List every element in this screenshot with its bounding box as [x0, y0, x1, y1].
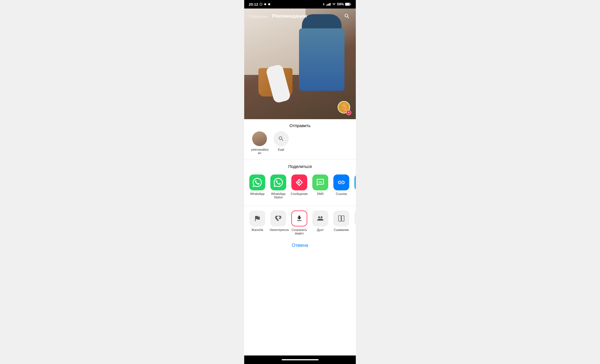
battery-icon — [345, 3, 351, 6]
link-icon — [337, 178, 345, 186]
tab-recommendations[interactable]: Рекомендации — [272, 13, 307, 19]
send-section: Отправить yelenasafary an Ещё — [244, 119, 356, 157]
whatsapp-status-icon-circle — [270, 174, 286, 190]
contacts-row: yelenasafary an Ещё — [244, 131, 356, 155]
search-icon — [344, 13, 350, 19]
svg-rect-3 — [327, 4, 328, 6]
follow-plus-badge: + — [346, 110, 351, 115]
svg-rect-2 — [326, 5, 327, 6]
share-sms[interactable]: SMS — [312, 174, 329, 199]
nav-tabs: Подписки Рекомендации — [249, 13, 307, 19]
share-link[interactable]: Ссылка — [333, 174, 350, 199]
contact-item-more[interactable]: Ещё — [274, 131, 288, 155]
svg-rect-9 — [350, 4, 351, 5]
whatsapp-label: WhatsApp — [250, 192, 265, 195]
contact-name-1: yelenasafary an — [251, 148, 268, 155]
search-button[interactable] — [343, 12, 351, 20]
not-interested-label: Неинтересно — [270, 228, 287, 232]
share-section: Поделиться WhatsApp — [244, 162, 356, 203]
telegram-icon-circle — [354, 174, 356, 190]
video-scene — [244, 9, 356, 119]
share-title: Поделиться — [244, 164, 356, 169]
divider-2 — [244, 206, 356, 206]
duet-icon — [317, 215, 324, 222]
svg-rect-16 — [342, 216, 344, 221]
message-label: Сообщение — [291, 192, 308, 195]
svg-point-11 — [320, 182, 321, 183]
phone-container: 20:12 59% — [244, 0, 356, 364]
stitch-icon — [338, 215, 345, 222]
svg-rect-1 — [268, 3, 270, 5]
message-icon — [295, 178, 304, 187]
screen-record-icon — [268, 3, 271, 6]
link-label: Ссылка — [336, 192, 347, 195]
action-duet[interactable]: Дуэт — [312, 211, 329, 235]
share-telegram[interactable]: Telec… — [354, 174, 356, 199]
stitch-icon-box — [333, 211, 349, 226]
sms-label: SMS — [317, 192, 324, 195]
report-icon-box — [249, 211, 265, 226]
video-area: Подписки Рекомендации 🍕 + — [244, 9, 356, 119]
tab-subscriptions[interactable]: Подписки — [249, 14, 268, 19]
whatsapp-status-icon — [274, 178, 283, 187]
signal-icon — [326, 3, 331, 6]
action-not-interested[interactable]: Неинтересно — [270, 211, 287, 235]
wifi-icon — [332, 3, 336, 6]
contact-avatar-1 — [252, 131, 267, 146]
divider-1 — [244, 159, 356, 159]
action-stitch[interactable]: Сшивание — [333, 211, 350, 235]
svg-point-0 — [264, 3, 266, 5]
action-bookmark[interactable]: …избр. — [354, 211, 356, 235]
send-title: Отправить — [244, 123, 356, 128]
whatsapp-status-label: WhatsApp Status — [270, 192, 287, 199]
download-icon — [296, 215, 303, 222]
svg-rect-4 — [328, 4, 329, 5]
share-message[interactable]: Сообщение — [291, 174, 308, 199]
share-whatsapp[interactable]: WhatsApp — [249, 174, 266, 199]
alarm-icon — [259, 3, 263, 6]
share-whatsapp-status[interactable]: WhatsApp Status — [270, 174, 287, 199]
bottom-sheet: Отправить yelenasafary an Ещё — [244, 119, 356, 355]
svg-point-13 — [318, 216, 320, 218]
stitch-label: Сшивание — [334, 228, 349, 232]
more-icon-circle — [274, 131, 288, 146]
more-search-icon — [278, 136, 284, 142]
video-header: Подписки Рекомендации — [244, 9, 356, 24]
status-time: 20:12 — [249, 2, 271, 7]
heart-x-icon — [275, 215, 282, 222]
share-grid: WhatsApp WhatsApp Status — [244, 172, 356, 201]
home-bar-indicator — [282, 359, 319, 360]
action-report[interactable]: Жалоба — [249, 211, 266, 235]
record-icon — [264, 3, 267, 6]
duet-icon-box — [312, 211, 328, 226]
whatsapp-icon — [253, 178, 262, 187]
not-interested-icon-box — [270, 211, 286, 226]
bluetooth-icon — [322, 2, 325, 6]
duet-label: Дуэт — [317, 228, 323, 232]
svg-point-12 — [321, 182, 322, 183]
flag-icon — [254, 215, 261, 222]
bookmark-icon-box — [354, 211, 356, 226]
sms-icon — [316, 178, 325, 187]
whatsapp-icon-circle — [249, 174, 265, 190]
cancel-button[interactable]: Отмена — [249, 239, 351, 252]
more-label: Ещё — [278, 148, 285, 151]
save-video-label: Сохранить видео — [291, 228, 308, 235]
svg-point-10 — [319, 182, 320, 183]
svg-rect-8 — [345, 3, 350, 5]
svg-rect-15 — [338, 216, 341, 221]
contact-item-1[interactable]: yelenasafary an — [251, 131, 268, 155]
battery-percent: 59% — [337, 2, 344, 6]
message-icon-circle — [291, 174, 307, 190]
home-bar — [244, 355, 356, 364]
status-indicators: 59% — [322, 2, 351, 6]
action-save-video[interactable]: Сохранить видео — [291, 211, 308, 235]
report-label: Жалоба — [251, 228, 263, 232]
svg-point-14 — [321, 216, 323, 218]
save-video-icon-box — [291, 211, 307, 226]
link-icon-circle — [333, 174, 349, 190]
svg-rect-5 — [329, 3, 330, 6]
actions-grid: Жалоба Неинтересно Сохранить видео — [244, 208, 356, 237]
sms-icon-circle — [312, 174, 328, 190]
svg-rect-6 — [330, 3, 331, 6]
